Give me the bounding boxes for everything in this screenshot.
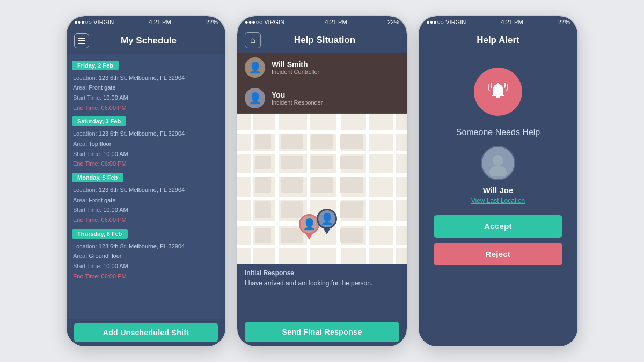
end-val-4: 06:00 PM xyxy=(101,273,127,279)
response-text: I have arrived and am looking for the pe… xyxy=(245,279,399,288)
center-header: ⌂ Help Situation xyxy=(237,28,407,53)
participant-2-info: You Incident Responder xyxy=(272,91,323,106)
center-status-bar: ●●●○○ VIRGIN 4:21 PM 22% xyxy=(237,16,407,28)
add-shift-bar: Add Unscheduled Shift xyxy=(67,319,225,346)
participants-panel: Will Smith Incident Controller You Incid… xyxy=(237,53,407,114)
right-time: 4:21 PM xyxy=(501,19,523,25)
start-val-1: 10:00 AM xyxy=(103,94,128,101)
area-val-2: Top floor xyxy=(89,141,111,147)
loc-val-3: 123 6th St. Melbourne, FL 32904 xyxy=(99,187,185,193)
start-val-4: 10:00 AM xyxy=(103,263,128,269)
start-label: Start Time: xyxy=(73,94,103,101)
center-page-title: Help Situation xyxy=(266,35,383,46)
participant-1: Will Smith Incident Controller xyxy=(237,53,407,83)
schedule-day-1: Friday, 2 Feb Location: 123 6th St. Melb… xyxy=(72,60,220,113)
svg-point-0 xyxy=(497,83,499,85)
day-badge-2: Saturday, 3 Feb xyxy=(72,116,126,126)
right-battery: 22% xyxy=(558,19,570,25)
map-pin-dark xyxy=(317,209,337,234)
right-header: Help Alert xyxy=(419,28,577,53)
accept-button[interactable]: Accept xyxy=(434,215,562,238)
bell-icon xyxy=(486,80,510,104)
schedule-day-3: Monday, 5 Feb Location: 123 6th St. Melb… xyxy=(72,172,220,225)
schedule-body: Friday, 2 Feb Location: 123 6th St. Melb… xyxy=(67,54,225,319)
participant-2: You Incident Responder xyxy=(237,83,407,114)
loc-val-1: 123 6th St. Melbourne, FL 32904 xyxy=(99,75,185,81)
area-val-1: Front gate xyxy=(89,84,115,91)
end-val-1: 06:00 PM xyxy=(101,105,127,111)
center-carrier: ●●●○○ VIRGIN xyxy=(245,19,284,25)
left-page-title: My Schedule xyxy=(94,35,203,46)
alert-body: Someone Needs Help Will Joe View Last Lo… xyxy=(419,53,577,346)
day-details-4: Location: 123 6th St. Melbourne, FL 3290… xyxy=(72,241,220,282)
end-label: End Time: xyxy=(73,105,101,111)
svg-point-2 xyxy=(489,166,507,176)
center-phone: ●●●○○ VIRGIN 4:21 PM 22% ⌂ Help Situatio… xyxy=(236,15,408,348)
right-phone: ●●●○○ VIRGIN 4:21 PM 22% Help Alert xyxy=(418,15,579,348)
participant-2-avatar xyxy=(245,88,265,108)
day-badge-3: Monday, 5 Feb xyxy=(72,173,123,182)
schedule-day-2: Saturday, 3 Feb Location: 123 6th St. Me… xyxy=(72,116,220,169)
alert-person-avatar xyxy=(481,146,515,180)
loc-val-2: 123 6th St. Melbourne, FL 32904 xyxy=(99,130,185,137)
loc-label: Location: xyxy=(73,75,99,81)
map-area xyxy=(237,114,407,264)
loc-val-4: 123 6th St. Melbourne, FL 32904 xyxy=(99,243,185,249)
map-background xyxy=(237,114,407,264)
day-details-2: Location: 123 6th St. Melbourne, FL 3290… xyxy=(72,129,220,169)
right-page-title: Help Alert xyxy=(477,35,519,46)
response-label: Initial Response xyxy=(245,269,399,277)
menu-button[interactable] xyxy=(74,33,89,48)
area-val-4: Ground floor xyxy=(89,253,121,259)
right-status-bar: ●●●○○ VIRGIN 4:21 PM 22% xyxy=(419,16,577,28)
participant-1-role: Incident Controller xyxy=(272,69,319,75)
someone-needs-help-text: Someone Needs Help xyxy=(456,128,540,137)
end-val-3: 06:00 PM xyxy=(101,217,127,223)
left-header: My Schedule xyxy=(67,28,225,54)
home-button[interactable]: ⌂ xyxy=(245,32,261,48)
start-val-2: 10:00 AM xyxy=(103,151,128,157)
area-val-3: Front gate xyxy=(89,197,115,203)
participant-1-name: Will Smith xyxy=(272,60,319,69)
left-phone: ●●●○○ VIRGIN 4:21 PM 22% My Schedule Fri… xyxy=(65,15,226,348)
view-last-location-link[interactable]: View Last Location xyxy=(471,197,525,204)
participant-1-info: Will Smith Incident Controller xyxy=(272,60,319,75)
bell-circle xyxy=(474,68,522,116)
center-time: 4:21 PM xyxy=(325,19,347,25)
day-details-1: Location: 123 6th St. Melbourne, FL 3290… xyxy=(72,73,220,113)
end-val-2: 06:00 PM xyxy=(101,160,127,167)
day-badge-4: Thursday, 8 Feb xyxy=(72,229,128,239)
participant-2-role: Incident Responder xyxy=(272,99,323,106)
left-status-bar: ●●●○○ VIRGIN 4:21 PM 22% xyxy=(67,16,225,28)
start-val-3: 10:00 AM xyxy=(103,206,128,213)
left-time: 4:21 PM xyxy=(149,19,171,25)
reject-button[interactable]: Reject xyxy=(434,243,562,265)
add-unscheduled-shift-button[interactable]: Add Unscheduled Shift xyxy=(74,323,218,342)
participant-2-name: You xyxy=(272,91,323,99)
left-battery: 22% xyxy=(206,19,218,25)
area-label: Area: xyxy=(73,84,89,91)
response-panel: Initial Response I have arrived and am l… xyxy=(237,264,407,346)
day-details-3: Location: 123 6th St. Melbourne, FL 3290… xyxy=(72,185,220,225)
day-badge-1: Friday, 2 Feb xyxy=(72,61,119,70)
left-carrier: ●●●○○ VIRGIN xyxy=(74,19,114,25)
right-carrier: ●●●○○ VIRGIN xyxy=(426,19,466,25)
send-final-response-button[interactable]: Send Final Response xyxy=(245,322,399,342)
participant-1-avatar xyxy=(245,57,265,78)
center-battery: 22% xyxy=(387,19,399,25)
alert-person-name: Will Joe xyxy=(483,186,514,195)
schedule-day-4: Thursday, 8 Feb Location: 123 6th St. Me… xyxy=(72,228,220,282)
svg-point-1 xyxy=(493,155,503,166)
